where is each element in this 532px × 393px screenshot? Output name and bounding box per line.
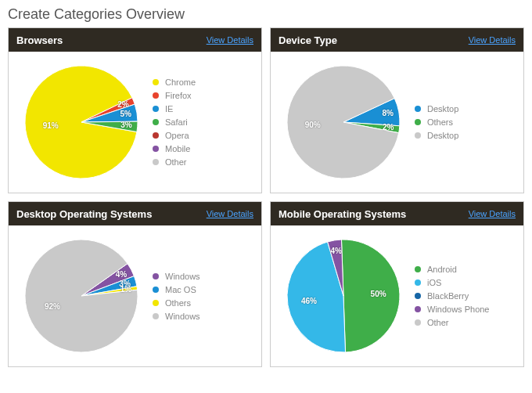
legend-item[interactable]: Others bbox=[153, 297, 255, 308]
slice-label: 90% bbox=[305, 121, 321, 129]
legend-swatch bbox=[415, 266, 421, 272]
legend-label: Safari bbox=[165, 117, 188, 128]
legend-label: Mobile bbox=[165, 143, 190, 154]
slice-label: 2% bbox=[117, 100, 129, 109]
panel-body: 8%2%90% DesktopOthersDesktop bbox=[271, 52, 523, 193]
pie-slice bbox=[25, 240, 138, 352]
panel-title: Device Type bbox=[279, 34, 337, 46]
legend-label: Windows Phone bbox=[427, 304, 490, 315]
page-title: Create Categories Overview bbox=[0, 0, 532, 27]
legend-label: Mac OS bbox=[165, 284, 196, 295]
slice-label: 2% bbox=[383, 123, 394, 132]
legend-item[interactable]: Other bbox=[415, 317, 517, 328]
legend-label: Windows bbox=[165, 311, 200, 322]
legend-item[interactable]: iOS bbox=[415, 277, 517, 288]
panel-body: 50%46%4% AndroidiOSBlackBerryWindows Pho… bbox=[271, 225, 523, 366]
legend-device-type: DesktopOthersDesktop bbox=[410, 101, 517, 143]
legend-swatch bbox=[415, 293, 421, 299]
slice-label: 50% bbox=[371, 290, 386, 298]
pie-chart-mobile-os: 50%46%4% bbox=[277, 233, 410, 359]
legend-swatch bbox=[153, 92, 159, 99]
legend-item[interactable]: Others bbox=[415, 117, 517, 128]
legend-label: Android bbox=[427, 264, 457, 275]
legend-mobile-os: AndroidiOSBlackBerryWindows PhoneOther bbox=[410, 261, 517, 330]
slice-label: 91% bbox=[43, 121, 59, 130]
legend-item[interactable]: Mac OS bbox=[153, 284, 255, 295]
panel-header: Device Type View Details bbox=[271, 28, 523, 52]
panel-body: 91%2%5%3% ChromeFirefoxIESafariOperaMobi… bbox=[9, 52, 261, 193]
pie-chart-device-type: 8%2%90% bbox=[277, 59, 410, 185]
legend-swatch bbox=[153, 106, 159, 112]
legend-label: Desktop bbox=[427, 103, 458, 114]
slice-label: 5% bbox=[120, 110, 132, 118]
legend-label: Chrome bbox=[165, 77, 196, 88]
panel-grid: Browsers View Details 91%2%5%3% ChromeFi… bbox=[0, 27, 532, 375]
legend-swatch bbox=[415, 106, 421, 112]
legend-label: Opera bbox=[165, 130, 189, 141]
legend-swatch bbox=[153, 159, 159, 165]
legend-item[interactable]: Desktop bbox=[415, 103, 517, 114]
panel-title: Desktop Operating Systems bbox=[16, 208, 152, 220]
legend-desktop-os: WindowsMac OSOthersWindows bbox=[148, 269, 255, 324]
slice-label: 8% bbox=[382, 109, 394, 117]
legend-label: IE bbox=[165, 103, 173, 114]
legend-item[interactable]: Other bbox=[153, 157, 255, 168]
legend-swatch bbox=[415, 279, 421, 286]
legend-swatch bbox=[153, 79, 159, 85]
slice-label: 92% bbox=[45, 302, 60, 311]
view-details-link[interactable]: View Details bbox=[469, 35, 516, 45]
panel-browsers: Browsers View Details 91%2%5%3% ChromeFi… bbox=[8, 27, 262, 193]
legend-swatch bbox=[415, 306, 421, 312]
legend-item[interactable]: Mobile bbox=[153, 143, 255, 154]
legend-label: Others bbox=[165, 297, 191, 308]
slice-label: 4% bbox=[116, 270, 128, 279]
legend-item[interactable]: Safari bbox=[153, 117, 255, 128]
legend-swatch bbox=[415, 119, 421, 125]
legend-item[interactable]: Firefox bbox=[153, 90, 255, 101]
panel-title: Browsers bbox=[16, 34, 63, 46]
legend-item[interactable]: Opera bbox=[153, 130, 255, 141]
legend-swatch bbox=[153, 273, 159, 279]
legend-swatch bbox=[415, 319, 421, 326]
legend-browsers: ChromeFirefoxIESafariOperaMobileOther bbox=[148, 74, 255, 170]
legend-swatch bbox=[153, 119, 159, 125]
legend-item[interactable]: Windows Phone bbox=[415, 304, 517, 315]
legend-label: Desktop bbox=[427, 130, 458, 141]
panel-header: Desktop Operating Systems View Details bbox=[9, 202, 261, 225]
panel-title: Mobile Operating Systems bbox=[279, 208, 406, 220]
legend-swatch bbox=[153, 287, 159, 293]
legend-item[interactable]: Windows bbox=[153, 311, 255, 322]
pie-chart-browsers: 91%2%5%3% bbox=[15, 59, 148, 185]
panel-header: Browsers View Details bbox=[9, 28, 261, 52]
view-details-link[interactable]: View Details bbox=[469, 209, 516, 218]
legend-item[interactable]: Windows bbox=[153, 271, 255, 282]
legend-label: BlackBerry bbox=[427, 290, 469, 301]
legend-label: Windows bbox=[165, 271, 200, 282]
legend-swatch bbox=[153, 146, 159, 152]
panel-header: Mobile Operating Systems View Details bbox=[271, 202, 523, 225]
panel-desktop-os: Desktop Operating Systems View Details 4… bbox=[8, 201, 262, 367]
legend-item[interactable]: Desktop bbox=[415, 130, 517, 141]
legend-label: Others bbox=[427, 117, 453, 128]
legend-swatch bbox=[153, 313, 159, 319]
legend-item[interactable]: BlackBerry bbox=[415, 290, 517, 301]
view-details-link[interactable]: View Details bbox=[207, 35, 253, 45]
slice-label: 46% bbox=[301, 297, 317, 305]
legend-swatch bbox=[153, 300, 159, 306]
legend-label: Other bbox=[427, 317, 449, 328]
panel-device-type: Device Type View Details 8%2%90% Desktop… bbox=[270, 27, 524, 193]
slice-label: 3% bbox=[120, 121, 132, 129]
legend-item[interactable]: IE bbox=[153, 103, 255, 114]
legend-swatch bbox=[415, 132, 421, 139]
legend-swatch bbox=[153, 132, 159, 139]
panel-body: 4%3%1%92% WindowsMac OSOthersWindows bbox=[9, 225, 261, 366]
panel-mobile-os: Mobile Operating Systems View Details 50… bbox=[270, 201, 524, 367]
pie-chart-desktop-os: 4%3%1%92% bbox=[15, 233, 148, 359]
slice-label: 1% bbox=[120, 285, 132, 294]
view-details-link[interactable]: View Details bbox=[207, 209, 253, 218]
legend-label: Firefox bbox=[165, 90, 192, 101]
legend-label: iOS bbox=[427, 277, 441, 288]
legend-item[interactable]: Chrome bbox=[153, 77, 255, 88]
legend-item[interactable]: Android bbox=[415, 264, 517, 275]
legend-label: Other bbox=[165, 157, 187, 168]
